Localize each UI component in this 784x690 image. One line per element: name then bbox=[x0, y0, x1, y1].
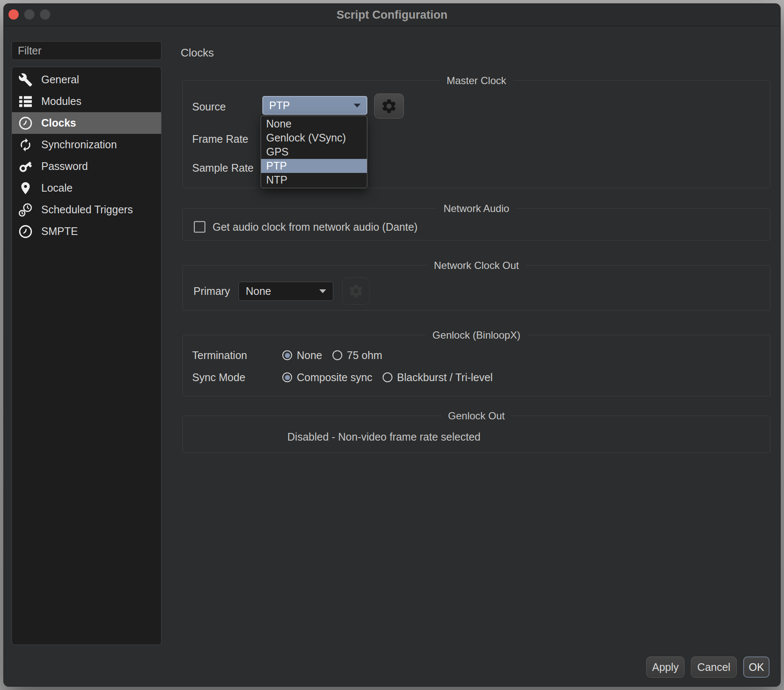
sidebar: General Modules Clocks Synchronization P… bbox=[11, 67, 162, 645]
filter-input[interactable] bbox=[11, 41, 162, 60]
sidebar-item-label: SMPTE bbox=[41, 225, 78, 238]
sidebar-item-label: Clocks bbox=[41, 117, 76, 129]
menu-option-gps[interactable]: GPS bbox=[261, 145, 367, 159]
script-configuration-window: Script Configuration General Modules Clo… bbox=[3, 3, 781, 687]
dual-clock-icon bbox=[18, 202, 33, 218]
network-clock-out-group: Network Clock Out Primary None bbox=[182, 265, 770, 311]
sidebar-item-modules[interactable]: Modules bbox=[12, 90, 161, 112]
sidebar-item-label: General bbox=[41, 74, 79, 86]
gear-icon bbox=[348, 283, 364, 299]
primary-settings-button[interactable] bbox=[342, 277, 369, 305]
genlock-group: Genlock (BinloopX) Termination None 75 o… bbox=[182, 335, 770, 396]
source-dropdown[interactable]: PTP bbox=[262, 96, 367, 115]
zoom-button[interactable] bbox=[40, 9, 50, 20]
radio-icon bbox=[332, 351, 342, 360]
sync-mode-radio-blackburst[interactable]: Blackburst / Tri-level bbox=[383, 371, 493, 384]
sidebar-item-label: Synchronization bbox=[41, 139, 117, 151]
sidebar-item-scheduled-triggers[interactable]: Scheduled Triggers bbox=[12, 199, 161, 221]
network-audio-checkbox[interactable] bbox=[194, 221, 205, 233]
minimize-button[interactable] bbox=[24, 9, 34, 20]
network-audio-legend: Network Audio bbox=[437, 203, 516, 215]
primary-label: Primary bbox=[193, 285, 230, 297]
primary-dropdown-value: None bbox=[246, 285, 271, 297]
frame-rate-label: Frame Rate bbox=[192, 133, 248, 145]
sync-mode-label: Sync Mode bbox=[192, 371, 245, 384]
page-title: Clocks bbox=[181, 46, 214, 59]
network-audio-checkbox-label[interactable]: Get audio clock from network audio (Dant… bbox=[213, 221, 418, 233]
sidebar-item-label: Scheduled Triggers bbox=[41, 204, 133, 216]
master-clock-legend: Master Clock bbox=[440, 75, 513, 87]
close-button[interactable] bbox=[9, 9, 19, 20]
chevron-down-icon bbox=[319, 289, 326, 293]
primary-dropdown[interactable]: None bbox=[239, 282, 333, 301]
sidebar-item-label: Password bbox=[41, 160, 88, 172]
sync-mode-radio-composite[interactable]: Composite sync bbox=[282, 371, 372, 384]
source-dropdown-menu: None Genlock (VSync) GPS PTP NTP bbox=[261, 116, 367, 188]
termination-label: Termination bbox=[192, 349, 247, 362]
location-pin-icon bbox=[18, 181, 33, 196]
source-label: Source bbox=[192, 101, 226, 113]
titlebar: Script Configuration bbox=[4, 4, 780, 26]
sidebar-item-synchronization[interactable]: Synchronization bbox=[12, 134, 161, 156]
ok-button[interactable]: OK bbox=[743, 656, 770, 678]
radio-icon bbox=[282, 351, 292, 360]
clock-icon bbox=[18, 116, 33, 131]
sidebar-item-locale[interactable]: Locale bbox=[12, 177, 161, 199]
network-audio-group: Network Audio Get audio clock from netwo… bbox=[182, 208, 770, 240]
radio-icon bbox=[383, 373, 392, 382]
window-title: Script Configuration bbox=[337, 8, 448, 22]
apply-button[interactable]: Apply bbox=[646, 656, 685, 678]
menu-option-ptp[interactable]: PTP bbox=[261, 159, 367, 173]
menu-option-none[interactable]: None bbox=[261, 117, 367, 131]
sidebar-item-clocks[interactable]: Clocks bbox=[12, 112, 161, 134]
cancel-button[interactable]: Cancel bbox=[691, 656, 737, 678]
chevron-down-icon bbox=[354, 104, 361, 107]
sidebar-item-password[interactable]: Password bbox=[12, 156, 161, 177]
source-settings-button[interactable] bbox=[374, 93, 404, 119]
genlock-out-legend: Genlock Out bbox=[441, 410, 511, 422]
genlock-out-status: Disabled - Non-video frame rate selected bbox=[287, 431, 480, 443]
menu-option-genlock[interactable]: Genlock (VSync) bbox=[261, 131, 367, 145]
footer-button-bar: Apply Cancel OK bbox=[646, 656, 770, 678]
sidebar-item-smpte[interactable]: SMPTE bbox=[12, 221, 161, 242]
radio-icon bbox=[282, 373, 292, 382]
gear-icon bbox=[381, 98, 398, 115]
termination-radio-none[interactable]: None bbox=[282, 349, 322, 362]
genlock-out-group: Genlock Out Disabled - Non-video frame r… bbox=[182, 416, 770, 453]
sample-rate-label: Sample Rate bbox=[192, 162, 254, 174]
sidebar-item-general[interactable]: General bbox=[12, 69, 161, 90]
genlock-legend: Genlock (BinloopX) bbox=[426, 329, 527, 341]
clock-icon bbox=[18, 224, 33, 239]
sidebar-item-label: Locale bbox=[41, 182, 73, 194]
termination-radio-75ohm[interactable]: 75 ohm bbox=[332, 349, 382, 362]
network-clock-out-legend: Network Clock Out bbox=[427, 260, 526, 271]
desktop: { "window": { "title": "Script Configura… bbox=[0, 0, 784, 690]
sidebar-item-label: Modules bbox=[41, 95, 82, 107]
menu-option-ntp[interactable]: NTP bbox=[261, 173, 367, 187]
wrench-icon bbox=[18, 72, 33, 88]
source-dropdown-value: PTP bbox=[269, 99, 290, 112]
sync-icon bbox=[18, 137, 33, 153]
list-icon bbox=[18, 94, 33, 109]
key-icon bbox=[18, 159, 33, 174]
